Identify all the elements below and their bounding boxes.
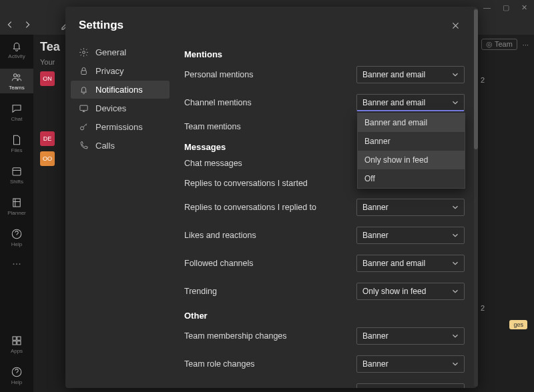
files-icon [11,134,23,146]
category-label: Privacy [95,66,124,76]
svg-rect-6 [17,337,21,340]
select-replies-replied[interactable]: Banner [356,199,465,216]
setting-label: Notification sounds [184,387,255,388]
category-general[interactable]: General [71,43,170,61]
category-label: Devices [95,103,126,113]
window-minimize[interactable]: — [483,3,491,11]
nav-back-icon[interactable] [5,20,15,29]
select-sounds[interactable]: Call, mention and chat [356,383,465,388]
setting-label: Replies to conversations I replied to [184,203,316,212]
select-value: Banner [362,231,388,240]
select-role[interactable]: Banner [356,355,465,373]
rail-apps[interactable]: Apps [0,332,33,357]
select-likes[interactable]: Banner [356,227,465,244]
svg-rect-11 [81,71,87,75]
count-badge: 2 [481,76,485,84]
category-permissions[interactable]: Permissions [71,118,170,136]
dropdown-option[interactable]: Off [358,169,465,188]
select-personal-mentions[interactable]: Banner and email [356,66,465,83]
section-heading-mentions: Mentions [184,49,465,59]
shifts-icon [11,165,23,177]
category-label: Permissions [95,122,143,132]
rail-activity[interactable]: Activity [0,37,33,62]
svg-rect-3 [13,199,21,207]
setting-row-personal-mentions: Personal mentions Banner and email [184,66,465,83]
select-value: Banner [362,203,388,212]
rail-label: Planner [7,210,26,216]
hint-badge: ges [509,320,527,329]
team-chip[interactable]: ON [40,71,55,86]
apps-icon [11,335,23,347]
select-followed[interactable]: Banner and email [356,255,465,272]
select-trending[interactable]: Only show in feed [356,283,465,300]
rail-label: Help [11,241,22,247]
setting-label: Team role changes [184,359,255,369]
rail-label: Help [11,379,22,385]
rail-more[interactable]: ··· [12,258,21,270]
bell-icon [11,40,23,52]
setting-row-trending: Trending Only show in feed [184,283,465,300]
setting-label: Channel mentions [184,98,252,107]
select-channel-mentions[interactable]: Banner and email Banner and email Banner… [356,94,465,111]
dropdown-option[interactable]: Banner [358,132,465,151]
select-value: Banner [362,359,388,369]
people-icon [11,71,23,83]
monitor-icon [79,103,89,113]
settings-content: Mentions Personal mentions Banner and em… [175,39,477,388]
settings-categories: General Privacy Notifications Devices Pe… [65,39,175,388]
category-devices[interactable]: Devices [71,99,170,117]
rail-label: Teams [9,85,25,91]
rail-teams[interactable]: Teams [0,69,33,93]
team-chip[interactable]: OO [40,151,55,166]
svg-rect-2 [13,168,21,175]
rail-label: Files [11,147,23,153]
window-maximize[interactable]: ▢ [503,3,509,12]
select-membership[interactable]: Banner [356,327,465,345]
category-privacy[interactable]: Privacy [71,62,170,80]
setting-label: Followed channels [184,259,254,268]
dropdown-option[interactable]: Only show in feed [358,151,465,169]
dialog-scrollbar[interactable] [474,8,478,387]
rail-files[interactable]: Files [0,131,33,156]
svg-rect-7 [13,341,16,345]
category-notifications[interactable]: Notifications [71,81,170,99]
setting-row-membership: Team membership changes Banner [184,327,465,345]
chevron-down-icon [451,331,460,341]
header-right: ◎ Team ··· [481,39,529,50]
section-heading-other: Other [184,311,465,321]
setting-label: Trending [184,287,217,296]
team-pill[interactable]: ◎ Team [481,39,517,50]
chevron-down-icon [451,231,460,240]
team-chip[interactable]: DE [40,131,55,146]
rail-help-mid[interactable]: Help [0,225,33,250]
rail-planner[interactable]: Planner [0,194,33,219]
setting-row-sounds: Notification sounds Call, mention and ch… [184,383,465,388]
dropdown-option[interactable]: Banner and email [358,113,465,132]
more-icon[interactable]: ··· [523,41,529,49]
category-calls[interactable]: Calls [71,137,170,155]
select-value: Banner [362,331,388,341]
chat-icon [11,103,23,115]
close-icon [451,21,460,30]
dropdown-channel-mentions: Banner and email Banner Only show in fee… [357,113,465,189]
close-button[interactable] [447,17,463,33]
help-icon [11,366,23,378]
rail-label: Chat [11,116,23,122]
window-close[interactable]: ✕ [521,3,527,12]
rail-chat[interactable]: Chat [0,100,33,125]
nav-forward-icon[interactable] [23,20,32,29]
select-value: Banner and email [362,259,425,268]
setting-label: Chat messages [184,159,242,168]
help-icon [11,228,23,240]
app-left-rail: Activity Teams Chat Files Shifts Planner… [0,35,33,392]
rail-help[interactable]: Help [0,363,33,388]
svg-rect-12 [80,105,87,111]
setting-row-followed: Followed channels Banner and email [184,255,465,272]
setting-row-replies-replied: Replies to conversations I replied to Ba… [184,199,465,216]
svg-rect-8 [17,341,21,345]
svg-point-10 [83,51,85,54]
settings-dialog: Settings General Privacy Notifications D… [65,7,477,388]
chevron-down-icon [451,98,460,107]
rail-shifts[interactable]: Shifts [0,163,33,187]
key-icon [79,122,89,132]
